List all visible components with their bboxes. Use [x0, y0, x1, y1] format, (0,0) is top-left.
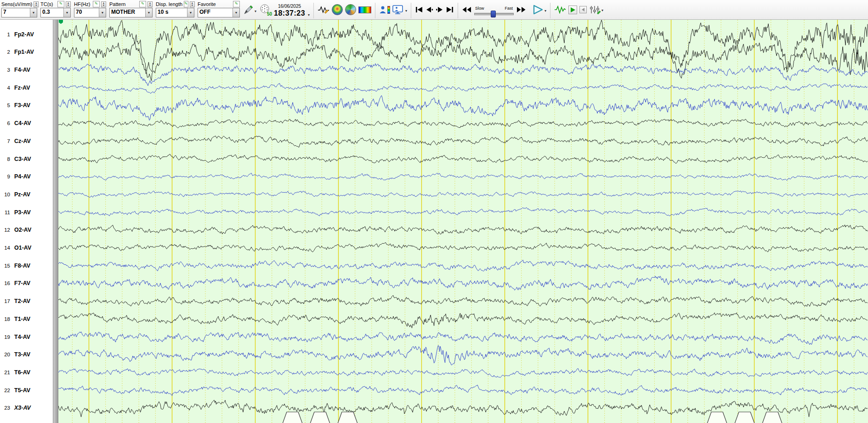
step-forward-button[interactable] [436, 6, 443, 13]
display-length-select[interactable]: 10 s ▼ [156, 8, 194, 17]
chevron-down-icon[interactable]: ▾ [545, 9, 546, 15]
play-icon [532, 5, 544, 15]
page-back-button[interactable] [579, 6, 587, 13]
channel-row[interactable]: 20T3-AV [0, 351, 51, 358]
channel-row[interactable]: 4Fz-AV [0, 84, 51, 91]
channel-row[interactable]: 22T5-AV [0, 387, 51, 394]
patient-info-button[interactable] [379, 6, 390, 14]
skip-to-start-button[interactable] [415, 6, 423, 13]
brain-topography-icon [332, 4, 343, 15]
speed-slider-handle[interactable] [491, 11, 496, 17]
channel-number: 18 [0, 316, 10, 322]
video-review-button[interactable]: ▾ [392, 5, 407, 15]
channel-row[interactable]: 18T1-AV [0, 315, 51, 323]
brain-map-button[interactable] [332, 4, 343, 15]
channel-row[interactable]: 9P4-AV [0, 173, 51, 180]
rewind-icon [462, 6, 472, 13]
high-filter-select[interactable]: 70 ▼ [74, 8, 106, 17]
start-review-button[interactable] [568, 6, 577, 14]
channel-row[interactable]: 2Fp1-AV [0, 48, 51, 56]
channel-row[interactable]: 14O1-AV [0, 244, 51, 252]
waveform-pen-icon [318, 6, 329, 14]
chevron-down-icon[interactable]: ▾ [405, 9, 407, 15]
edit-icon[interactable]: ✎ [139, 1, 146, 7]
sensitivity-control: Sens(uV/mm) ▲▼ 7 ▼ [1, 0, 37, 17]
patient-icon [379, 6, 386, 14]
edit-icon[interactable]: ✎ [57, 1, 64, 7]
channel-row[interactable]: 7Cz-AV [0, 137, 51, 145]
head-3d-icon [345, 4, 356, 15]
channel-label: T4-AV [14, 334, 30, 340]
montage-editor-button[interactable]: ▾ [589, 5, 603, 14]
head-3d-button[interactable] [345, 4, 356, 15]
channel-label: T5-AV [14, 387, 30, 394]
channel-label-column: 1Fp2-AV2Fp1-AV3F4-AV4Fz-AV5F3-AV6C4-AV7C… [0, 20, 53, 423]
edit-icon[interactable]: ✎ [93, 1, 100, 7]
chevron-down-icon[interactable]: ▼ [99, 8, 106, 17]
electrode-map-button[interactable]: 50 [259, 4, 272, 16]
display-length-spinner[interactable]: ▲▼ [190, 1, 195, 7]
channel-row[interactable]: 19T4-AV [0, 333, 51, 341]
chevron-down-icon[interactable]: ▼ [187, 8, 194, 17]
datetime-dropdown-icon[interactable]: ▾ [308, 13, 310, 19]
eeg-trace-area[interactable] [58, 20, 868, 423]
channel-row[interactable]: 1Fp2-AV [0, 31, 51, 38]
channel-number: 3 [0, 67, 10, 73]
channel-row[interactable]: 15F8-AV [0, 262, 51, 269]
time-constant-select[interactable]: 0.3 ▼ [40, 8, 71, 17]
trace-analysis-button[interactable] [554, 6, 566, 14]
channel-label: T3-AV [14, 351, 30, 358]
waveform-edit-button[interactable] [318, 6, 329, 14]
time-constant-spinner[interactable]: ▲▼ [66, 1, 71, 7]
chevron-down-icon[interactable]: ▼ [30, 8, 37, 17]
channel-row[interactable]: 21T6-AV [0, 369, 51, 376]
channel-row[interactable]: 16F7-AV [0, 280, 51, 287]
pen-tool-button[interactable]: ▾ [243, 4, 256, 15]
channel-row[interactable]: 17T2-AV [0, 297, 51, 305]
vertical-scrollbar[interactable] [53, 20, 58, 423]
green-waveform-icon [554, 6, 566, 14]
channel-number: 21 [0, 370, 10, 375]
edit-icon[interactable]: ✎ [184, 1, 188, 7]
favorite-control: Favorite ✎ OFF ▼ [198, 0, 240, 17]
channel-row[interactable]: 6C4-AV [0, 120, 51, 127]
pattern-select[interactable]: MOTHER ▼ [109, 8, 153, 17]
sensitivity-spinner[interactable]: ▲▼ [34, 1, 39, 7]
high-filter-spinner[interactable]: ▲▼ [101, 1, 106, 7]
channel-row[interactable]: 8C3-AV [0, 155, 51, 163]
chevron-down-icon[interactable]: ▼ [63, 8, 70, 17]
channel-label: P3-AV [14, 209, 31, 216]
sensitivity-select[interactable]: 7 ▼ [1, 8, 37, 17]
chevron-down-icon[interactable]: ▾ [601, 8, 603, 14]
channel-row[interactable]: 12O2-AV [0, 226, 51, 234]
skip-to-end-button[interactable] [446, 6, 454, 13]
speed-up-button[interactable] [516, 6, 526, 13]
channel-number: 10 [0, 192, 10, 197]
pen-icon [243, 4, 254, 15]
edit-icon[interactable]: ✎ [233, 1, 240, 7]
favorite-select[interactable]: OFF ▼ [198, 8, 240, 17]
colormap-button[interactable] [358, 6, 371, 13]
speed-slider[interactable] [474, 11, 514, 17]
chevron-down-icon[interactable]: ▾ [255, 9, 256, 15]
chevron-down-icon[interactable]: ▼ [145, 8, 152, 17]
channel-row[interactable]: 23X3-AV [0, 404, 51, 412]
channel-number: 22 [0, 388, 10, 393]
channel-row[interactable]: 11P3-AV [0, 209, 51, 216]
pattern-spinner[interactable]: ▲▼ [148, 1, 153, 7]
step-back-button[interactable] [425, 6, 433, 13]
display-length-control: Disp. length ✎ ▲▼ 10 s ▼ [156, 0, 194, 17]
channel-row[interactable]: 10Pz-AV [0, 191, 51, 198]
high-filter-value: 70 [74, 8, 99, 17]
play-button[interactable]: ▾ [532, 5, 546, 15]
sensitivity-label: Sens(uV/mm) [1, 1, 32, 7]
channel-row[interactable]: 3F4-AV [0, 66, 51, 74]
pattern-label: Pattern [109, 1, 125, 7]
chevron-down-icon[interactable]: ▼ [233, 8, 239, 17]
channel-row[interactable]: 5F3-AV [0, 102, 51, 109]
toolbar-separator [458, 3, 458, 18]
channel-label: T1-AV [14, 316, 30, 322]
channel-label: C4-AV [14, 120, 31, 126]
speed-down-button[interactable] [462, 6, 472, 13]
channel-label: F3-AV [14, 102, 30, 109]
